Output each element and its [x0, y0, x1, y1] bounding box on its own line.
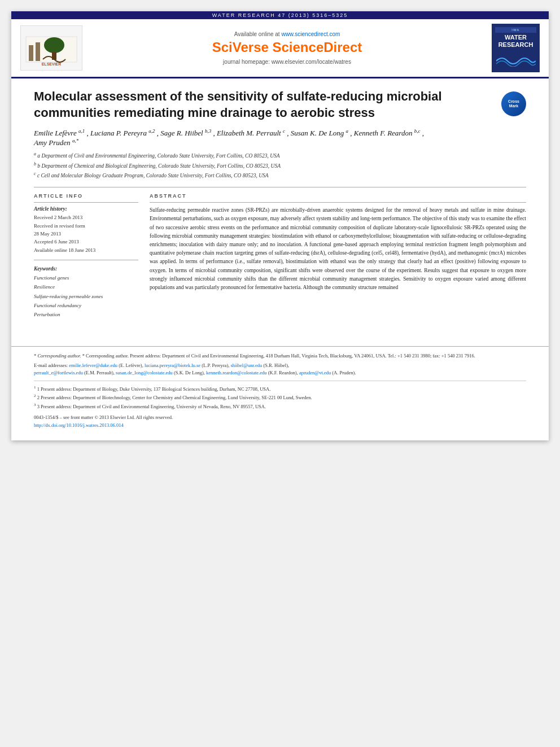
keyword-1: Functional genes	[34, 273, 138, 282]
affiliation-b: b b Department of Chemical and Biologica…	[34, 161, 526, 171]
article-body: CrossMark Molecular assessment of the se…	[11, 78, 549, 329]
accepted-date: Accepted 6 June 2013	[34, 238, 138, 246]
title-section: CrossMark Molecular assessment of the se…	[34, 89, 526, 121]
email-pruden[interactable]: apruden@vt.edu	[299, 370, 331, 375]
two-column-layout: ARTICLE INFO Article history: Received 2…	[34, 193, 526, 319]
wr-wave-icon	[496, 50, 536, 67]
doi-link[interactable]: http://dx.doi.org/10.1016/j.watres.2013.…	[34, 422, 124, 428]
footnote-divider	[34, 381, 526, 381]
keyword-2: Resilience	[34, 282, 138, 291]
info-divider-1	[34, 202, 138, 203]
abstract-column: ABSTRACT Sulfate-reducing permeable reac…	[150, 193, 526, 319]
doi-text: http://dx.doi.org/10.1016/j.watres.2013.…	[34, 422, 526, 430]
abstract-text: Sulfate-reducing permeable reactive zone…	[150, 206, 526, 292]
journal-name-bar: WATER RESEARCH 47 (2013) 5316–5325	[11, 11, 549, 19]
footnote-3: 3 3 Present address: Department of Civil…	[34, 402, 526, 410]
footnote-2: 2 2 Present address: Department of Biote…	[34, 393, 526, 401]
elsevier-illustration-icon: ELSEVIER	[23, 34, 80, 68]
wr-title: WATERRESEARCH	[495, 34, 536, 49]
water-research-logo: IWA WATERRESEARCH	[492, 24, 540, 72]
available-online-text: Available online at www.sciencedirect.co…	[94, 31, 480, 37]
wr-badge-text: IWA	[495, 27, 536, 33]
affiliations: a a Department of Civil and Environmenta…	[34, 151, 526, 180]
svg-point-3	[44, 37, 64, 53]
abstract-label: ABSTRACT	[150, 193, 526, 199]
corresponding-author-note: * Corresponding author. * Corresponding …	[34, 352, 526, 360]
elsevier-logo: ELSEVIER	[20, 25, 82, 71]
page: WATER RESEARCH 47 (2013) 5316–5325 ELSEV…	[11, 11, 549, 440]
available-date: Available online 18 June 2013	[34, 246, 138, 254]
abstract-divider	[150, 202, 526, 203]
affiliation-c: c c Cell and Molecular Biology Graduate …	[34, 171, 526, 180]
email-addresses: E-mail addresses: emilie.lefevre@duke.ed…	[34, 362, 526, 377]
affiliation-a: a a Department of Civil and Environmenta…	[34, 151, 526, 160]
keyword-5: Perturbation	[34, 310, 138, 319]
keyword-3: Sulfate-reducing permeable zones	[34, 292, 138, 301]
svg-rect-1	[29, 45, 33, 61]
authors-line: Emilie Lefèvre a,1 , Luciana P. Pereyra …	[34, 128, 526, 148]
journal-homepage: journal homepage: www.elsevier.com/locat…	[94, 59, 480, 65]
sciverse-title: SciVerse ScienceDirect	[94, 40, 480, 55]
sciencedirect-link[interactable]: www.sciencedirect.com	[281, 31, 340, 37]
crossmark-icon: CrossMark	[501, 91, 526, 116]
email-pereyra[interactable]: luciana.pereyra@biotek.lu.se	[145, 362, 200, 368]
keywords-label: Keywords:	[34, 266, 138, 272]
journal-citation: WATER RESEARCH 47 (2013) 5316–5325	[212, 12, 348, 18]
history-label: Article history:	[34, 206, 138, 212]
svg-rect-2	[36, 42, 40, 61]
email-hiibel[interactable]: shiibel@unr.edu	[230, 362, 262, 368]
info-divider-2	[34, 260, 138, 260]
received-date: Received 2 March 2013	[34, 213, 138, 221]
journal-header-middle: Available online at www.sciencedirect.co…	[82, 31, 492, 65]
revised-date: 28 May 2013	[34, 230, 138, 238]
footer-section: * Corresponding author. * Corresponding …	[11, 346, 549, 440]
svg-text:ELSEVIER: ELSEVIER	[42, 62, 62, 66]
revised-label: Received in revised form	[34, 222, 138, 230]
issn-text: 0043-1354/$ – see front matter © 2013 El…	[34, 414, 526, 422]
email-delong[interactable]: susan.de_long@colostate.edu	[116, 370, 173, 375]
article-title: Molecular assessment of the sensitivity …	[34, 89, 526, 121]
article-info-column: ARTICLE INFO Article history: Received 2…	[34, 193, 138, 319]
keywords-section: Keywords: Functional genes Resilience Su…	[34, 266, 138, 319]
sciverse-part1: SciVerse	[212, 40, 273, 55]
crossmark-badge: CrossMark	[501, 91, 526, 116]
email-reardon[interactable]: kenneth.reardon@colostate.edu	[206, 370, 266, 375]
email-lefevre[interactable]: emilie.lefevre@duke.edu	[69, 362, 117, 368]
keyword-4: Functional redundancy	[34, 301, 138, 310]
article-info-label: ARTICLE INFO	[34, 193, 138, 199]
article-divider	[34, 187, 526, 187]
journal-header: ELSEVIER Available online at www.science…	[11, 19, 549, 77]
email-perrault[interactable]: perrault_e@fortlewis.edu	[34, 370, 83, 375]
sciverse-part2: ScienceDirect	[273, 40, 362, 55]
footnote-1: 1 1 Present address: Department of Biolo…	[34, 385, 526, 393]
